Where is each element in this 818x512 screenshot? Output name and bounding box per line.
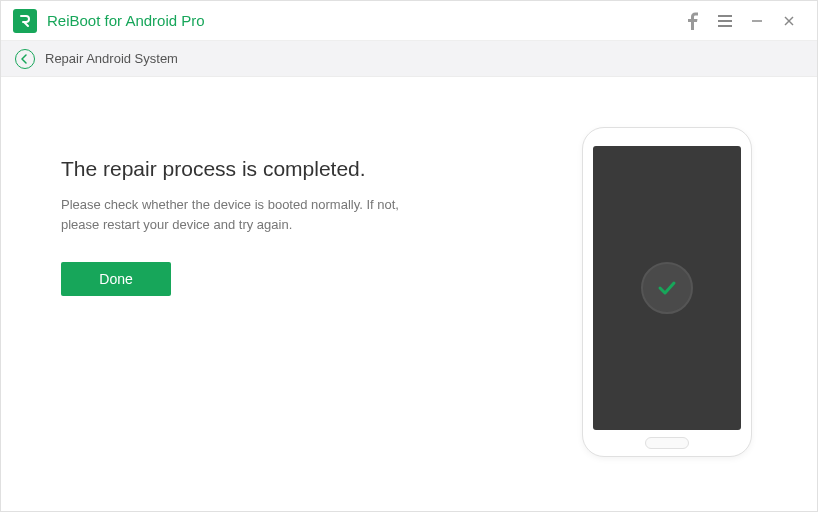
- content-left: The repair process is completed. Please …: [61, 127, 557, 481]
- menu-icon[interactable]: [709, 1, 741, 41]
- facebook-icon[interactable]: [677, 1, 709, 41]
- phone-screen: [593, 146, 741, 430]
- phone-home-button: [645, 437, 689, 449]
- subheader-bar: Repair Android System: [1, 41, 817, 77]
- titlebar: ReiBoot for Android Pro: [1, 1, 817, 41]
- phone-illustration: [582, 127, 752, 457]
- done-button[interactable]: Done: [61, 262, 171, 296]
- completion-heading: The repair process is completed.: [61, 157, 517, 181]
- subheader-title: Repair Android System: [45, 51, 178, 66]
- minimize-button[interactable]: [741, 1, 773, 41]
- app-title: ReiBoot for Android Pro: [47, 12, 205, 29]
- close-button[interactable]: [773, 1, 805, 41]
- app-logo-icon: [13, 9, 37, 33]
- app-window: ReiBoot for Android Pro Repair Android S…: [0, 0, 818, 512]
- back-button[interactable]: [15, 49, 35, 69]
- content-area: The repair process is completed. Please …: [1, 77, 817, 511]
- completion-subtext: Please check whether the device is boote…: [61, 195, 421, 234]
- success-check-icon: [641, 262, 693, 314]
- content-right: [557, 127, 777, 481]
